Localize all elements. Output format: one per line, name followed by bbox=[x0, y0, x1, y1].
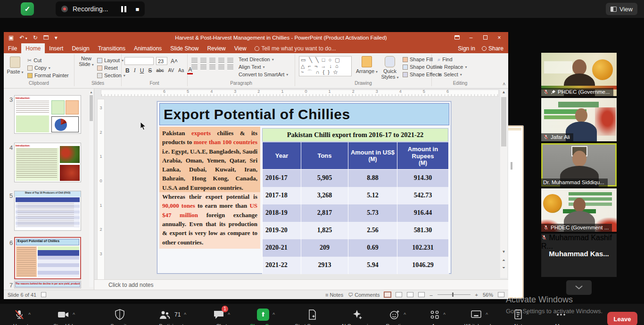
next-slide-button[interactable]: ⏷ bbox=[500, 266, 507, 270]
reset-button[interactable]: Reset bbox=[97, 64, 125, 72]
tab-home[interactable]: Home bbox=[21, 43, 45, 53]
justify-icon[interactable] bbox=[218, 65, 224, 70]
notes-pane[interactable]: Click to add notes bbox=[94, 279, 508, 290]
tab-file[interactable]: File bbox=[4, 43, 21, 53]
video-tile-jafar-ali[interactable]: Jafar Ali bbox=[541, 98, 617, 141]
more-button[interactable]: More bbox=[541, 309, 581, 325]
editor-scrollbar[interactable]: ▲ ▼ ⏶ ⏷ bbox=[500, 89, 507, 278]
video-tile-muhammad-kashif[interactable]: Muhammad Kas... Muhammad Kashif R... bbox=[541, 234, 617, 277]
change-case-button[interactable]: Aa bbox=[177, 68, 185, 73]
start-slideshow-button[interactable]: 🗔 bbox=[43, 34, 49, 41]
format-painter-button[interactable]: Format Painter bbox=[27, 72, 69, 79]
select-button[interactable]: ➤Select ▾ bbox=[438, 71, 467, 78]
notes-toggle[interactable]: ≡ Notes bbox=[325, 292, 343, 298]
slide-title-box[interactable]: Export Potential of Chillies bbox=[159, 103, 449, 125]
replace-button[interactable]: abReplace ▾ bbox=[438, 63, 467, 71]
thumbnail-slide-7[interactable]: The reasons behind the decline in per ac… bbox=[14, 281, 81, 288]
tab-insert[interactable]: Insert bbox=[45, 43, 67, 53]
normal-view-button[interactable] bbox=[384, 292, 391, 297]
tab-transitions[interactable]: Transitions bbox=[94, 43, 130, 53]
gallery-collapse-button[interactable] bbox=[566, 280, 592, 295]
scroll-up-arrow[interactable]: ▲ bbox=[89, 90, 93, 94]
tab-slideshow[interactable]: Slide Show bbox=[166, 43, 203, 53]
view-button[interactable]: View bbox=[606, 3, 637, 15]
security-button[interactable]: Security bbox=[100, 309, 140, 325]
new-slide-button[interactable]: New Slide ▾ bbox=[76, 56, 97, 67]
notes-button[interactable]: ^ Notes bbox=[501, 309, 541, 325]
start-summary-button[interactable]: Start Summary bbox=[290, 309, 334, 325]
previous-slide-button[interactable]: ⏶ bbox=[500, 258, 507, 263]
save-button[interactable]: ▣ bbox=[8, 34, 14, 41]
undo-button[interactable]: ↶ ▾ bbox=[19, 34, 27, 41]
sign-in-button[interactable]: Sign in bbox=[458, 45, 475, 52]
strikethrough-button[interactable]: S bbox=[147, 67, 153, 74]
slide-thumbnail-panel[interactable]: 3 Introduction: 4 Introduction: bbox=[4, 89, 94, 290]
leave-button[interactable]: Leave bbox=[607, 312, 637, 325]
apps-button[interactable]: ^ Apps bbox=[418, 309, 457, 325]
bullets-icon[interactable] bbox=[191, 58, 198, 63]
grow-font-button[interactable]: A˄ bbox=[170, 58, 179, 65]
scroll-down-arrow[interactable]: ▼ bbox=[500, 250, 507, 254]
restore-button[interactable] bbox=[478, 34, 492, 41]
columns-icon[interactable] bbox=[227, 65, 233, 70]
ribbon-display-options-button[interactable] bbox=[450, 34, 464, 41]
close-button[interactable]: × bbox=[492, 34, 506, 41]
video-tile-phdec-2[interactable]: PHDEC (Government ... bbox=[541, 188, 617, 232]
thumbnail-slide-3[interactable]: Introduction: bbox=[14, 95, 81, 134]
video-tile-phdec-1[interactable]: PHDEC (Governme... bbox=[541, 53, 617, 96]
tab-animations[interactable]: Animations bbox=[130, 43, 166, 53]
qat-customize-button[interactable]: ▾ bbox=[55, 34, 58, 41]
stop-video-button[interactable]: ^ Stop Video bbox=[46, 309, 86, 325]
font-name-input[interactable] bbox=[124, 57, 154, 65]
zoom-in-button[interactable]: + bbox=[475, 292, 478, 298]
thumbnail-slide-5[interactable]: Share of Top 10 Producers of Chili (FAO) bbox=[14, 191, 81, 231]
display-settings-icon[interactable] bbox=[41, 292, 46, 297]
thumbnail-scrollbar[interactable]: ▲ bbox=[89, 90, 93, 287]
zoom-out-button[interactable]: – bbox=[429, 292, 432, 298]
pause-recording-button[interactable] bbox=[119, 5, 128, 13]
align-text-button[interactable]: Align Text ▾ bbox=[239, 63, 288, 71]
table-caption[interactable]: Pakistan Chilli export from 2016-17 to 2… bbox=[262, 128, 448, 142]
slideshow-view-button[interactable] bbox=[418, 292, 425, 297]
tab-design[interactable]: Design bbox=[67, 43, 93, 53]
decrease-indent-icon[interactable] bbox=[209, 58, 215, 63]
export-table[interactable]: Year Tons Amount in US$(M) Amount in Rup… bbox=[262, 142, 449, 274]
italic-button[interactable]: I bbox=[133, 67, 137, 74]
font-size-input[interactable]: 23 bbox=[156, 57, 167, 65]
comments-toggle[interactable]: 🗩 Comments bbox=[348, 292, 380, 298]
underline-button[interactable]: U bbox=[139, 67, 145, 74]
tab-review[interactable]: Review bbox=[203, 43, 230, 53]
share-button[interactable]: Share bbox=[482, 45, 504, 52]
stop-recording-button[interactable]: ■ bbox=[135, 6, 139, 13]
panel-resize-handle[interactable] bbox=[511, 162, 512, 170]
find-button[interactable]: ⌕Find bbox=[438, 56, 467, 63]
chat-button[interactable]: 1 ^ Chat bbox=[202, 309, 241, 325]
slide-body-textbox[interactable]: Pakistan exports chilies & its products … bbox=[159, 127, 260, 273]
section-button[interactable]: Section ▾ bbox=[97, 72, 125, 79]
share-screen-button[interactable]: ^ Share Screen bbox=[245, 309, 287, 325]
convert-smartart-button[interactable]: Convert to SmartArt ▾ bbox=[239, 71, 288, 78]
minimize-button[interactable]: – bbox=[464, 34, 478, 41]
align-center-icon[interactable] bbox=[200, 65, 206, 70]
collapse-ribbon-button[interactable]: ˄ bbox=[503, 81, 505, 87]
redo-button[interactable]: ↻ bbox=[33, 34, 38, 41]
character-spacing-button[interactable]: AV bbox=[167, 68, 175, 73]
clear-formatting-button[interactable]: abc bbox=[155, 68, 165, 73]
meeting-security-shield-icon[interactable]: ✓ bbox=[21, 2, 34, 16]
slide-canvas[interactable]: Export Potential of Chillies Pakistan ex… bbox=[157, 101, 451, 274]
ai-companion-button[interactable]: AI Companion bbox=[336, 309, 379, 325]
align-left-icon[interactable] bbox=[191, 65, 198, 70]
increase-indent-icon[interactable] bbox=[218, 58, 224, 63]
numbering-icon[interactable] bbox=[200, 58, 206, 63]
copy-button[interactable]: Copy ▾ bbox=[27, 64, 69, 72]
shapes-gallery[interactable]: ▭ ╲ ╲ □ ○ ▢ △ ⌐ ¬ → ↓ ⌂ ~ ⌒ ∩ { } ☆ bbox=[299, 56, 352, 76]
line-spacing-icon[interactable] bbox=[227, 58, 233, 63]
paste-button[interactable]: Paste ▾ bbox=[5, 56, 25, 74]
fit-to-window-button[interactable] bbox=[498, 292, 504, 297]
reactions-button[interactable]: ^ Reactions bbox=[378, 309, 417, 325]
thumbnail-slide-6-selected[interactable]: Export Potential of Chillies bbox=[14, 237, 81, 279]
text-direction-button[interactable]: Text Direction ▾ bbox=[239, 56, 288, 63]
slide-sorter-button[interactable] bbox=[396, 292, 402, 297]
participants-button[interactable]: 71 ^ Participants bbox=[150, 309, 195, 325]
zoom-slider[interactable] bbox=[438, 294, 471, 295]
